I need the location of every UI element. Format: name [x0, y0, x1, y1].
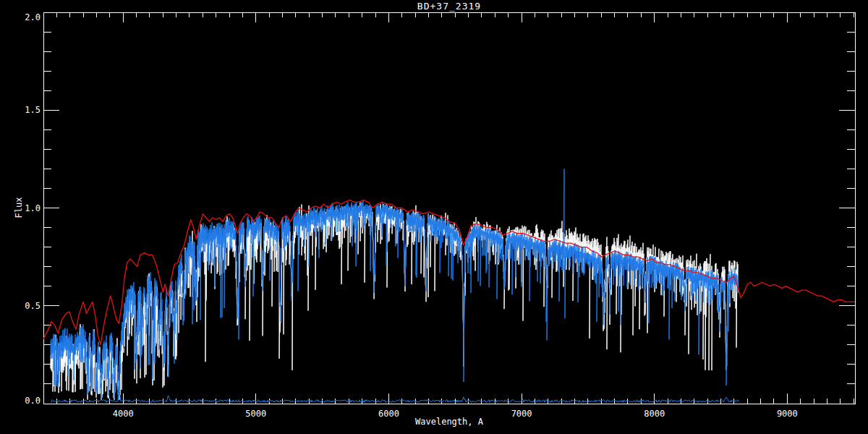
plot-title: BD+37_2319 [43, 1, 855, 12]
y-tick-label: 1.0 [25, 203, 41, 213]
series-error-spectrum [51, 391, 739, 402]
plot-window: 4000500060007000800090000.00.51.01.52.0 … [0, 0, 868, 434]
y-axis-label: Flux [14, 197, 24, 218]
y-tick-label: 0.5 [25, 301, 41, 311]
y-tick-label: 0.0 [25, 396, 41, 406]
x-axis-label: Wavelength, A [43, 417, 855, 427]
y-tick-label: 1.5 [25, 105, 41, 115]
y-tick-label: 2.0 [25, 12, 41, 22]
spectrum-canvas: 4000500060007000800090000.00.51.01.52.0 [0, 0, 868, 434]
